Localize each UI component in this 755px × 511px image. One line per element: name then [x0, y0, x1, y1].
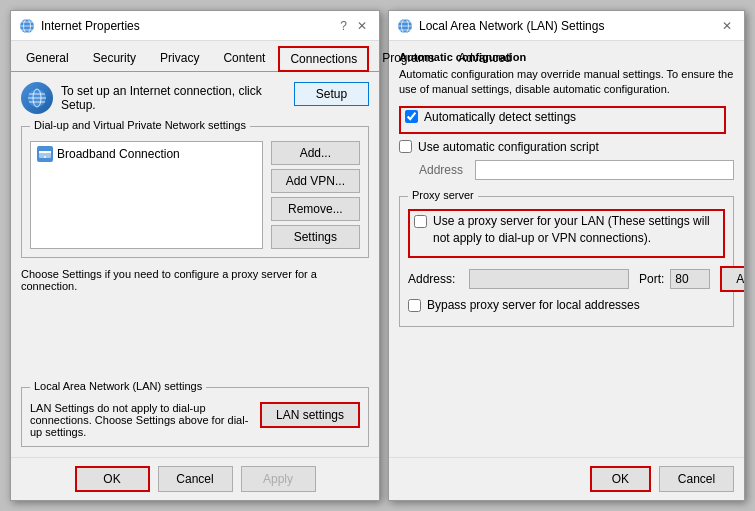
setup-description: To set up an Internet connection, click …	[61, 82, 286, 112]
lan-cancel-button[interactable]: Cancel	[659, 466, 734, 492]
cancel-button[interactable]: Cancel	[158, 466, 233, 492]
remove-button[interactable]: Remove...	[271, 197, 360, 221]
tab-privacy[interactable]: Privacy	[149, 46, 210, 72]
svg-rect-11	[39, 151, 51, 153]
title-bar: Internet Properties ? ✕	[11, 11, 379, 41]
address-label: Address	[419, 163, 469, 177]
tab-advanced[interactable]: Advanced	[447, 46, 522, 72]
tab-general[interactable]: General	[15, 46, 80, 72]
lan-dialog-title: Local Area Network (LAN) Settings	[419, 19, 604, 33]
address-input[interactable]	[475, 160, 734, 180]
left-dialog-footer: OK Cancel Apply	[11, 457, 379, 500]
auto-detect-label: Automatically detect settings	[424, 110, 576, 124]
lan-title-bar: Local Area Network (LAN) Settings ✕	[389, 11, 744, 41]
port-input[interactable]	[670, 269, 710, 289]
proxy-section: Proxy server Use a proxy server for your…	[399, 196, 734, 328]
setup-row: To set up an Internet connection, click …	[21, 82, 369, 114]
lan-dialog-icon	[397, 18, 413, 34]
lan-settings-button[interactable]: LAN settings	[260, 402, 360, 428]
svg-point-12	[44, 156, 46, 158]
lan-dialog-content: Automatic configuration Automatic config…	[389, 41, 744, 457]
lan-dialog-footer: OK Cancel	[389, 457, 744, 500]
broadband-icon	[37, 146, 53, 162]
apply-button[interactable]: Apply	[241, 466, 316, 492]
tab-programs[interactable]: Programs	[371, 46, 445, 72]
use-proxy-label: Use a proxy server for your LAN (These s…	[433, 213, 719, 247]
add-button[interactable]: Add...	[271, 141, 360, 165]
lan-content: Automatic configuration Automatic config…	[399, 51, 734, 447]
lan-settings-dialog: Local Area Network (LAN) Settings ✕ Auto…	[388, 10, 745, 501]
settings-button[interactable]: Settings	[271, 225, 360, 249]
auto-detect-checkbox[interactable]	[405, 110, 418, 123]
tab-bar: General Security Privacy Content Connect…	[11, 41, 379, 72]
choose-settings-text: Choose Settings if you need to configure…	[21, 268, 369, 292]
add-vpn-button[interactable]: Add VPN...	[271, 169, 360, 193]
address-row: Address	[399, 160, 734, 180]
broadband-label: Broadband Connection	[57, 147, 180, 161]
lan-section-title: Local Area Network (LAN) settings	[30, 380, 206, 392]
lan-description: LAN Settings do not apply to dial-up con…	[30, 402, 252, 438]
title-controls: ? ✕	[336, 19, 371, 33]
internet-properties-dialog: Internet Properties ? ✕ General Security…	[10, 10, 380, 501]
help-btn[interactable]: ?	[336, 19, 351, 33]
list-item: Broadband Connection	[33, 144, 260, 164]
proxy-section-title: Proxy server	[408, 189, 478, 201]
dialup-group-content: Broadband Connection Add... Add VPN... R…	[22, 127, 368, 257]
tab-security[interactable]: Security	[82, 46, 147, 72]
connection-list[interactable]: Broadband Connection	[30, 141, 263, 249]
dialog-content: To set up an Internet connection, click …	[11, 72, 379, 457]
advanced-button[interactable]: Advanced	[720, 266, 744, 292]
setup-button[interactable]: Setup	[294, 82, 369, 106]
tab-content[interactable]: Content	[212, 46, 276, 72]
bypass-checkbox[interactable]	[408, 299, 421, 312]
connection-btn-group: Add... Add VPN... Remove... Settings	[271, 141, 360, 249]
lan-title-controls: ✕	[718, 19, 736, 33]
bypass-row: Bypass proxy server for local addresses	[408, 298, 725, 312]
proxy-addr-label: Address:	[408, 272, 463, 286]
dialup-group-title: Dial-up and Virtual Private Network sett…	[30, 119, 250, 131]
lan-ok-button[interactable]: OK	[590, 466, 651, 492]
port-label: Port:	[639, 272, 664, 286]
auto-script-checkbox[interactable]	[399, 140, 412, 153]
lan-settings-section: Local Area Network (LAN) settings LAN Se…	[21, 387, 369, 447]
tab-connections[interactable]: Connections	[278, 46, 369, 72]
use-proxy-checkbox[interactable]	[414, 215, 427, 228]
proxy-addr-row: Address: Port: Advanced	[408, 266, 725, 292]
connections-panel: To set up an Internet connection, click …	[21, 82, 369, 447]
auto-script-row: Use automatic configuration script	[399, 140, 734, 154]
lan-row: LAN Settings do not apply to dial-up con…	[30, 402, 360, 438]
lan-title-bar-left: Local Area Network (LAN) Settings	[397, 18, 604, 34]
globe-icon	[21, 82, 53, 114]
ok-button[interactable]: OK	[75, 466, 150, 492]
close-btn[interactable]: ✕	[353, 19, 371, 33]
auto-script-label: Use automatic configuration script	[418, 140, 599, 154]
lan-close-btn[interactable]: ✕	[718, 19, 736, 33]
auto-detect-row: Automatically detect settings	[405, 110, 720, 124]
dialup-group: Dial-up and Virtual Private Network sett…	[21, 126, 369, 258]
dialog-icon	[19, 18, 35, 34]
use-proxy-row: Use a proxy server for your LAN (These s…	[414, 213, 719, 247]
proxy-addr-input[interactable]	[469, 269, 629, 289]
bypass-label: Bypass proxy server for local addresses	[427, 298, 640, 312]
dialog-title: Internet Properties	[41, 19, 140, 33]
title-bar-left: Internet Properties	[19, 18, 140, 34]
